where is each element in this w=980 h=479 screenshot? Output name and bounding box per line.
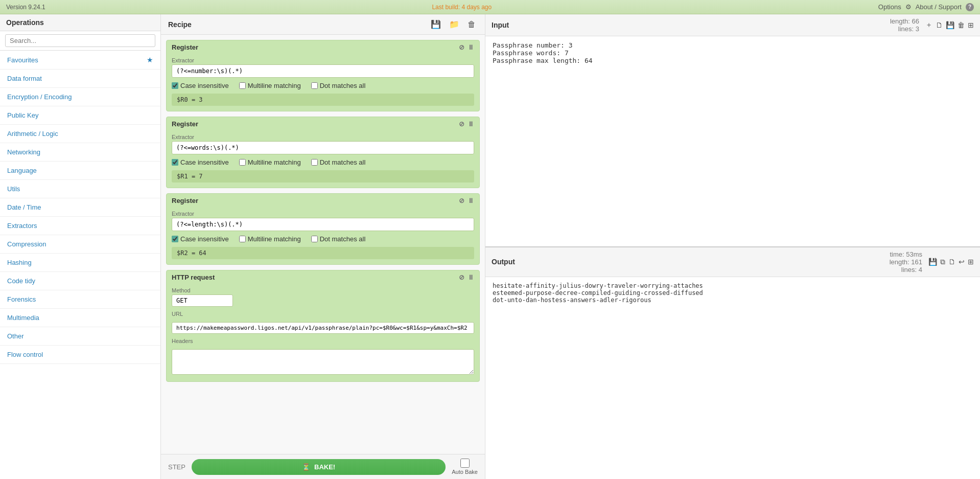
multiline-checkbox[interactable] <box>239 82 246 89</box>
sidebar-item-date-time[interactable]: Date / Time <box>0 198 160 217</box>
save-output-icon[interactable]: 💾 <box>928 258 937 266</box>
recipe-toolbar: 💾 📁 🗑 <box>429 18 478 30</box>
expand-output-icon[interactable]: ⊞ <box>968 258 974 266</box>
case-insensitive-checkbox[interactable] <box>172 159 178 166</box>
pause-icon[interactable]: ⏸ <box>468 120 474 128</box>
recipe-body: Register ⊘ ⏸ Extractor Case insensitive <box>161 35 485 454</box>
pause-icon[interactable]: ⏸ <box>468 197 474 204</box>
sidebar-item-label: Public Key <box>7 111 38 119</box>
sidebar-list: Favourites★Data formatEncryption / Encod… <box>0 51 160 479</box>
multiline-checkbox[interactable] <box>239 236 246 242</box>
folder-icon[interactable]: 📁 <box>447 18 461 30</box>
sidebar-item-forensics[interactable]: Forensics <box>0 290 160 309</box>
op-result: $R1 = 7 <box>172 170 474 183</box>
multiline-check[interactable]: Multiline matching <box>239 158 301 166</box>
input-content[interactable]: Passphrase number: 3 Passphrase words: 7… <box>485 36 980 246</box>
save-input-icon[interactable]: 💾 <box>946 21 954 29</box>
extractor-input[interactable] <box>172 218 474 231</box>
case-insensitive-check[interactable]: Case insensitive <box>172 82 229 89</box>
extractor-label: Extractor <box>172 134 474 140</box>
sidebar-item-label: Extractors <box>7 222 37 230</box>
sidebar-item-arithmetic-logic[interactable]: Arithmetic / Logic <box>0 125 160 143</box>
recipe-panel: Recipe 💾 📁 🗑 Register ⊘ ⏸ Extractor <box>161 14 485 479</box>
disable-icon[interactable]: ⊘ <box>459 273 464 281</box>
step-label[interactable]: STEP <box>168 463 185 471</box>
sidebar-item-language[interactable]: Language <box>0 162 160 180</box>
op-card-http-request: HTTP request ⊘ ⏸ Method URL Headers <box>166 270 480 382</box>
dot-all-check[interactable]: Dot matches all <box>311 82 366 89</box>
sidebar-item-utils[interactable]: Utils <box>0 180 160 198</box>
dot-all-checkbox[interactable] <box>311 159 318 166</box>
output-header: Output time: 53ms length: 161 lines: 4 💾… <box>485 247 980 277</box>
dot-all-checkbox[interactable] <box>311 236 318 242</box>
disable-icon[interactable]: ⊘ <box>459 120 464 128</box>
case-insensitive-checkbox[interactable] <box>172 236 178 242</box>
recipe-title: Recipe <box>168 20 192 29</box>
sidebar-item-encryption-encoding[interactable]: Encryption / Encoding <box>0 88 160 106</box>
multiline-checkbox[interactable] <box>239 159 246 166</box>
sidebar-item-other[interactable]: Other <box>0 327 160 346</box>
bake-button[interactable]: ⏳ BAKE! <box>192 459 446 475</box>
sidebar-item-compression[interactable]: Compression <box>0 235 160 254</box>
sidebar-item-label: Networking <box>7 148 40 156</box>
sidebar-item-data-format[interactable]: Data format <box>0 70 160 88</box>
dot-all-checkbox[interactable] <box>311 82 318 89</box>
sidebar-item-label: Arithmetic / Logic <box>7 130 58 138</box>
sidebar-item-networking[interactable]: Networking <box>0 143 160 162</box>
op-checkboxes: Case insensitive Multiline matching Dot … <box>172 82 474 89</box>
op-result: $R0 = 3 <box>172 94 474 106</box>
op-card-header: Register ⊘ ⏸ <box>167 40 479 54</box>
dot-all-check[interactable]: Dot matches all <box>311 158 366 166</box>
sidebar-item-multimedia[interactable]: Multimedia <box>0 309 160 327</box>
sidebar-item-label: Code tidy <box>7 277 35 285</box>
op-type-label: HTTP request <box>172 273 215 281</box>
auto-bake-label[interactable]: Auto Bake <box>452 469 478 475</box>
disable-icon[interactable]: ⊘ <box>459 43 464 51</box>
copy-output-icon[interactable]: ⧉ <box>940 258 945 266</box>
multiline-check[interactable]: Multiline matching <box>239 235 301 243</box>
op-card-controls: ⊘ ⏸ <box>459 43 474 51</box>
op-card-header: Register ⊘ ⏸ <box>167 194 479 208</box>
topbar: Version 9.24.1 Last build: 4 days ago Op… <box>0 0 980 14</box>
sidebar-item-code-tidy[interactable]: Code tidy <box>0 272 160 290</box>
multiline-check[interactable]: Multiline matching <box>239 82 301 89</box>
auto-bake-checkbox[interactable] <box>460 459 470 468</box>
open-output-icon[interactable]: 🗋 <box>948 258 955 266</box>
case-insensitive-check[interactable]: Case insensitive <box>172 158 229 166</box>
extractor-input[interactable] <box>172 141 474 154</box>
clear-input-icon[interactable]: 🗑 <box>958 21 965 29</box>
dot-all-check[interactable]: Dot matches all <box>311 235 366 243</box>
add-input-icon[interactable]: ＋ <box>925 20 932 30</box>
headers-textarea[interactable] <box>172 349 474 375</box>
options-label[interactable]: Options <box>878 3 901 11</box>
case-insensitive-check[interactable]: Case insensitive <box>172 235 229 243</box>
sidebar-item-hashing[interactable]: Hashing <box>0 254 160 272</box>
method-input[interactable] <box>172 294 233 307</box>
sidebar-item-flow-control[interactable]: Flow control <box>0 346 160 364</box>
case-insensitive-checkbox[interactable] <box>172 82 178 89</box>
extractor-input[interactable] <box>172 64 474 78</box>
help-icon[interactable]: ? <box>966 3 974 11</box>
sidebar-item-favourites[interactable]: Favourites★ <box>0 51 160 70</box>
url-input[interactable] <box>172 322 474 334</box>
sidebar-item-label: Language <box>7 167 37 174</box>
sidebar-item-public-key[interactable]: Public Key <box>0 106 160 125</box>
pause-icon[interactable]: ⏸ <box>468 43 474 51</box>
pause-icon[interactable]: ⏸ <box>468 273 474 281</box>
gear-icon[interactable]: ⚙ <box>905 3 912 11</box>
input-meta: length: 66 lines: 3 <box>890 17 919 33</box>
output-meta: time: 53ms length: 161 lines: 4 <box>890 250 922 273</box>
expand-input-icon[interactable]: ⊞ <box>968 21 974 29</box>
save-icon[interactable]: 💾 <box>429 18 443 30</box>
open-input-icon[interactable]: 🗋 <box>936 21 943 29</box>
version-label: Version 9.24.1 <box>6 4 45 11</box>
extractor-label: Extractor <box>172 57 474 63</box>
input-panel: Input length: 66 lines: 3 ＋ 🗋 💾 🗑 ⊞ <box>485 14 980 247</box>
search-input[interactable] <box>5 34 155 47</box>
op-card-body: Extractor Case insensitive Multiline mat… <box>167 208 479 264</box>
sidebar-item-extractors[interactable]: Extractors <box>0 217 160 235</box>
undo-output-icon[interactable]: ↩ <box>959 258 965 266</box>
about-support-label[interactable]: About / Support <box>916 3 962 11</box>
disable-icon[interactable]: ⊘ <box>459 197 464 204</box>
trash-icon[interactable]: 🗑 <box>465 19 478 30</box>
